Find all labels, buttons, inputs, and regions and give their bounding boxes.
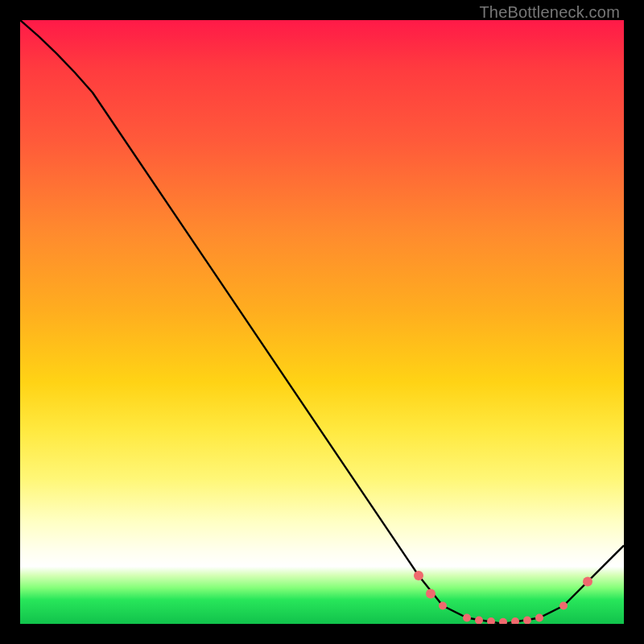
attribution-text: TheBottleneck.com: [479, 3, 620, 22]
bottleneck-curve: [20, 20, 624, 624]
curve-layer: [20, 20, 624, 624]
data-marker: [414, 571, 423, 580]
data-marker: [535, 614, 543, 622]
data-marker: [426, 589, 436, 599]
gradient-plot-area: [20, 20, 624, 624]
data-marker: [559, 602, 568, 610]
data-marker: [583, 577, 592, 587]
data-marker: [499, 618, 507, 624]
data-marker: [523, 617, 531, 625]
data-marker: [511, 617, 519, 624]
data-marker: [475, 617, 483, 625]
data-marker: [487, 617, 495, 624]
data-marker: [439, 602, 447, 610]
chart-frame: TheBottleneck.com: [0, 0, 644, 644]
data-marker: [463, 614, 471, 622]
